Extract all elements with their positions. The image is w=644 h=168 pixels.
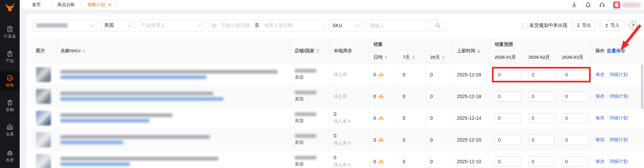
col-sales-7d[interactable]: 7天 <box>399 51 426 63</box>
sales-trend-chart-icon[interactable] <box>379 160 383 163</box>
forecast-input-m3[interactable] <box>562 156 588 167</box>
save-link[interactable]: 保存 <box>595 137 605 143</box>
sales-trend-chart-icon[interactable] <box>379 116 383 120</box>
forecast-input-m1[interactable] <box>495 135 521 145</box>
end-date-field[interactable]: 结束上架日期 <box>264 22 293 29</box>
forecast-input-m3[interactable] <box>562 113 588 123</box>
keyword-input[interactable] <box>366 20 430 31</box>
sort-icon[interactable] <box>316 49 319 53</box>
user-account[interactable] <box>613 1 641 8</box>
sales-trend-chart-icon[interactable] <box>379 73 383 76</box>
tab-sales-plan[interactable]: 销售计划 ✕ <box>81 0 118 10</box>
purchase-bag-icon <box>6 99 13 106</box>
sales-30d-value: 0 <box>430 115 433 121</box>
col-sales-30d[interactable]: 30天 <box>426 51 453 63</box>
detail-plan-link[interactable]: 详细计划 <box>609 72 628 78</box>
sidebar-item-products[interactable]: 产品 <box>0 47 20 67</box>
product-thumbnail[interactable] <box>36 154 51 168</box>
tab-product-analysis[interactable]: 商品分析 <box>51 0 81 10</box>
sales-trend-chart-icon[interactable] <box>379 94 383 98</box>
export-button[interactable]: ↧ 导出 <box>572 20 596 31</box>
headset-support-icon[interactable] <box>599 2 605 8</box>
country-label: 美国 <box>295 161 303 167</box>
daily-sales-value: 0 <box>373 72 376 77</box>
product-sku-link-redacted[interactable] <box>60 162 130 166</box>
sidebar-item-calculator[interactable]: 计算器 <box>0 22 20 42</box>
save-link[interactable]: 保存 <box>595 93 605 99</box>
tab-close-icon[interactable]: ✕ <box>108 2 111 7</box>
col-name-sku[interactable]: 名称/SKU <box>56 38 291 63</box>
search-button[interactable] <box>430 20 446 31</box>
sort-icon-active-desc[interactable] <box>477 49 480 53</box>
save-link[interactable]: 保存 <box>595 72 605 78</box>
sort-icon[interactable] <box>82 49 85 53</box>
sku-type-select[interactable]: SKU <box>329 20 363 31</box>
listed-date-range-picker[interactable]: 开始上架日期 至 结束上架日期 <box>208 20 325 31</box>
detail-plan-link[interactable]: 详细计划 <box>609 93 628 99</box>
forecast-input-m1[interactable] <box>495 70 521 80</box>
help-icon[interactable]: ? <box>629 21 637 30</box>
product-sku-link-redacted[interactable] <box>60 119 149 123</box>
forecast-input-m3[interactable] <box>562 70 588 80</box>
start-date-field[interactable]: 开始上架日期 <box>221 22 250 29</box>
product-thumbnail[interactable] <box>36 111 51 126</box>
avatar <box>613 1 620 8</box>
sidebar-item-label: 发货 <box>6 157 14 163</box>
forecast-input-m2[interactable] <box>528 156 555 167</box>
chevron-down-icon <box>355 22 360 27</box>
checkbox-icon[interactable] <box>522 23 527 28</box>
forecast-input-m1[interactable] <box>495 156 521 167</box>
unplanned-checkbox[interactable]: 发货规划中未出现 <box>522 22 568 29</box>
detail-plan-link[interactable]: 详细计划 <box>609 158 628 165</box>
sidebar-item-warehouse[interactable]: 仓库 <box>0 120 20 140</box>
col-listed-time[interactable]: 上架时间 <box>453 38 491 63</box>
product-thumbnail[interactable] <box>36 132 51 147</box>
forecast-input-m2[interactable] <box>528 91 555 101</box>
sidebar-item-sales[interactable]: 销售 <box>0 71 20 91</box>
vertical-scrollbar-thumb[interactable] <box>641 64 643 109</box>
col-group-sales: 销量 日均 7天 30天 <box>369 38 453 63</box>
product-sku-link-redacted[interactable] <box>60 75 206 79</box>
forecast-input-m3[interactable] <box>562 91 588 101</box>
forecast-input-m2[interactable] <box>528 113 555 123</box>
product-thumbnail[interactable] <box>36 89 51 104</box>
import-up-icon: ↥ <box>605 23 609 28</box>
forecast-input-m3[interactable] <box>562 135 588 145</box>
scope-value-redacted <box>36 23 68 27</box>
forecast-input-m1[interactable] <box>495 113 521 123</box>
download-icon[interactable] <box>571 2 577 8</box>
sidebar-item-shipping[interactable]: 发货 <box>0 146 20 166</box>
col-store-country[interactable]: 店铺/国家 <box>291 38 330 63</box>
product-sku-link-redacted[interactable] <box>60 141 123 144</box>
brand-logo-icon[interactable] <box>0 0 20 14</box>
forecast-input-m2[interactable] <box>528 70 555 80</box>
detail-plan-link[interactable]: 详细计划 <box>609 115 628 121</box>
save-link[interactable]: 保存 <box>595 158 605 165</box>
batch-save-link[interactable]: 批量保存 <box>607 48 625 54</box>
detail-plan-link[interactable]: 详细计划 <box>609 137 628 143</box>
topbar-actions <box>571 0 644 10</box>
forecast-input-m1[interactable] <box>495 91 521 101</box>
sort-icon[interactable] <box>385 55 387 59</box>
sales-trend-chart-icon[interactable] <box>379 138 383 142</box>
tab-home[interactable]: 首页 <box>22 0 51 10</box>
listed-date: 2025-12-10 <box>453 151 491 168</box>
country-select[interactable]: 美国 <box>100 20 134 31</box>
product-sku-link-redacted[interactable] <box>60 97 223 101</box>
notification-bell-icon[interactable] <box>585 2 591 8</box>
table-row: 美国 待入库: 0 0 0 2025-12-18 保存 详细计划 <box>32 86 644 107</box>
sort-icon[interactable] <box>442 55 445 59</box>
table-row: 美国 0 待入库:0 0 0 0 2025-12-10 保存 详细计 <box>32 151 644 168</box>
save-link[interactable]: 保存 <box>595 115 605 121</box>
sidebar-item-purchasing[interactable]: 采购 <box>0 96 20 115</box>
sort-icon[interactable] <box>412 55 415 59</box>
import-button[interactable]: ↥ 导入 <box>600 20 624 31</box>
owner-select[interactable]: 产品负责人 <box>138 20 204 31</box>
product-thumbnail[interactable] <box>36 67 51 82</box>
col-sales-daily[interactable]: 日均 <box>369 51 399 63</box>
product-name-redacted <box>60 70 278 74</box>
forecast-input-m2[interactable] <box>528 135 555 145</box>
sales-30d-value: 0 <box>430 159 433 164</box>
scope-select[interactable] <box>33 20 97 31</box>
sales-7d-value: 0 <box>403 72 405 77</box>
